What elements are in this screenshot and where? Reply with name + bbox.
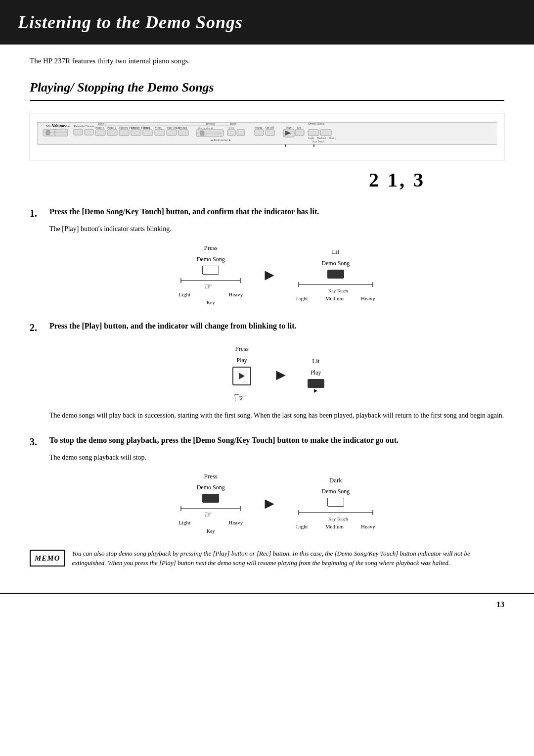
svg-rect-19 — [119, 130, 129, 136]
panel-svg: Min Volume Max Reverb Chorus Tone Piano … — [37, 118, 497, 153]
demo-song-btn-lit — [327, 270, 344, 279]
arrow-2: ► — [273, 363, 289, 386]
light-label-3b: Light — [296, 522, 308, 531]
page-title: Listening to the Demo Songs — [18, 9, 516, 36]
svg-rect-27 — [167, 130, 177, 136]
svg-text:☞: ☞ — [233, 389, 247, 405]
play-triangle — [239, 373, 245, 379]
step-1-note: The [Play] button's indicator starts bli… — [49, 224, 504, 234]
svg-rect-25 — [155, 130, 165, 136]
demo-song-label-3: Demo Song — [197, 483, 225, 492]
svg-rect-43 — [266, 130, 274, 136]
memo-box: MEMO You can also stop demo song playbac… — [30, 549, 504, 568]
key-touch-bracket-dark: Key Touch — [296, 508, 375, 522]
svg-rect-17 — [107, 130, 117, 136]
page-number: 13 — [496, 599, 504, 611]
svg-rect-15 — [95, 130, 105, 136]
press-label-1: Press — [204, 243, 217, 253]
key-touch-bracket-press-3: ☞ — [178, 504, 243, 519]
demo-song-btn-press-3 — [202, 494, 219, 503]
svg-rect-38 — [237, 130, 245, 136]
key-touch-bracket-lit: Key Touch — [296, 280, 375, 294]
svg-text:Sound: Sound — [255, 126, 262, 129]
step-3-title: To stop the demo song playback, press th… — [49, 434, 399, 446]
svg-rect-29 — [178, 130, 188, 136]
dark-label-3: Dark — [329, 475, 342, 485]
svg-text:◄ Metronome ►: ◄ Metronome ► — [210, 139, 231, 142]
svg-rect-9 — [74, 129, 83, 135]
svg-text:Beat: Beat — [230, 122, 236, 126]
step-2-body: The demo songs will play back in success… — [49, 410, 504, 421]
step-3-number: 3. — [30, 434, 44, 449]
svg-text:Key Touch: Key Touch — [328, 517, 348, 521]
page-header: Listening to the Demo Songs — [0, 0, 534, 45]
page-footer: 13 — [0, 593, 534, 615]
step-3-note: The demo song playback will stop. — [49, 452, 504, 463]
light-label-1b: Light — [296, 294, 308, 303]
svg-text:♩♩ ♩♩ ♩♩ ♩♩ ♩♩ ♩♩: ♩♩ ♩♩ ♩♩ ♩♩ ♩♩ ♩♩ — [198, 127, 213, 129]
medium-label-3: Medium — [325, 522, 344, 531]
svg-rect-51 — [320, 130, 331, 136]
demo-song-btn-dark — [327, 498, 344, 507]
press-label-3: Press — [204, 472, 217, 481]
heavy-label-1: Heavy — [228, 290, 243, 299]
lit-label-1: Lit — [332, 247, 339, 257]
section-heading: Playing/ Stopping the Demo Songs — [30, 78, 504, 101]
heavy-label-1b: Heavy — [361, 294, 375, 303]
svg-text:Min: Min — [46, 124, 52, 128]
demo-song-btn-press — [202, 266, 219, 275]
svg-rect-11 — [85, 129, 93, 135]
svg-text:Max: Max — [64, 124, 71, 128]
svg-rect-37 — [227, 130, 235, 136]
piano-panel-diagram: Min Volume Max Reverb Chorus Tone Piano … — [30, 113, 504, 161]
play-triangle-lit — [314, 389, 317, 393]
svg-text:Tempo: Tempo — [205, 122, 215, 126]
svg-text:☞: ☞ — [204, 282, 212, 290]
heavy-label-3b: Heavy — [361, 522, 375, 531]
svg-text:Medium: Medium — [317, 137, 326, 140]
step-2: 2. Press the [Play] button, and the indi… — [30, 320, 504, 421]
play-label-press: Play — [236, 356, 247, 365]
svg-text:Play: Play — [286, 126, 292, 129]
light-label-3: Light — [178, 519, 190, 527]
memo-text: You can also stop demo song playback by … — [72, 549, 504, 568]
svg-text:Piano 2: Piano 2 — [107, 126, 116, 129]
svg-text:Chorus: Chorus — [85, 124, 95, 128]
step-3: 3. To stop the demo song playback, press… — [30, 434, 504, 535]
hand-icon-play: ☞ — [229, 385, 254, 405]
svg-text:☞: ☞ — [204, 510, 212, 519]
play-btn-lit — [308, 379, 324, 388]
lit-label-2: Lit — [312, 356, 319, 366]
step-3-diagram: Press Demo Song ☞ Light Heavy — [49, 472, 504, 535]
key-label-1: Key — [207, 299, 215, 306]
svg-text:Pipe Organ: Pipe Organ — [167, 126, 180, 129]
medium-label-1: Medium — [325, 294, 344, 303]
svg-text:Key Touch: Key Touch — [312, 140, 324, 143]
svg-rect-41 — [255, 130, 264, 136]
svg-text:Light: Light — [308, 137, 314, 140]
demo-song-label-1: Demo Song — [197, 255, 225, 264]
svg-text:Volume: Volume — [52, 124, 65, 128]
demo-song-lit-label-1: Demo Song — [321, 259, 350, 268]
arrow-1: ► — [262, 263, 277, 286]
svg-text:1  2  3  4: 1 2 3 4 — [227, 127, 234, 129]
svg-text:Key Touch: Key Touch — [328, 288, 348, 293]
svg-text:On/Off: On/Off — [266, 126, 274, 129]
svg-rect-50 — [308, 130, 319, 136]
light-label-1: Light — [178, 290, 190, 299]
diagram-numbers: 2 1, 3 — [30, 165, 504, 195]
key-touch-bracket-press: ☞ — [178, 276, 243, 290]
svg-rect-23 — [143, 130, 153, 136]
intro-text: The HP 237R features thirty two internal… — [30, 55, 504, 67]
step-1-title: Press the [Demo Song/Key Touch] button, … — [49, 206, 319, 218]
svg-text:Reverb: Reverb — [74, 124, 84, 128]
svg-text:Piano 1: Piano 1 — [95, 126, 104, 129]
svg-text:Harps.: Harps. — [143, 126, 151, 129]
svg-text:Vibes: Vibes — [155, 126, 162, 129]
svg-text:Rec: Rec — [297, 126, 302, 129]
svg-rect-21 — [131, 130, 141, 136]
step-1: 1. Press the [Demo Song/Key Touch] butto… — [30, 206, 504, 306]
step-2-diagram: Press Play ☞ — [49, 344, 504, 405]
play-btn-press — [232, 367, 251, 385]
page-content: The HP 237R features thirty two internal… — [0, 55, 534, 588]
